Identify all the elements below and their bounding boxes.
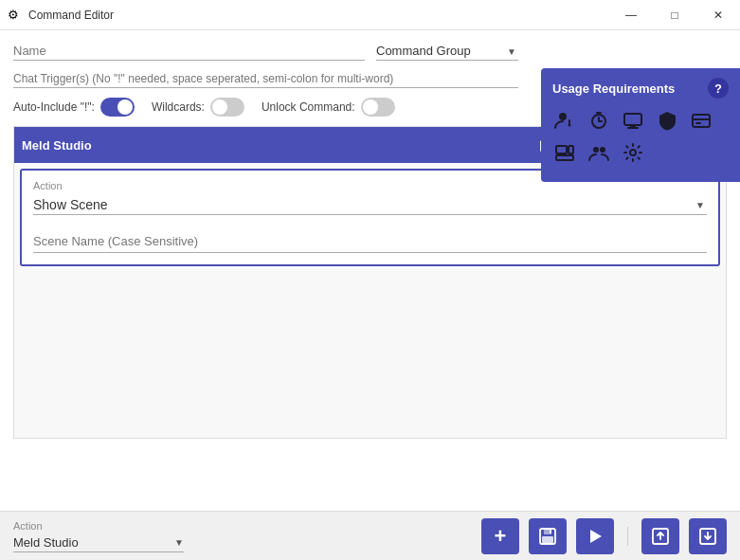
usage-group-icon[interactable] <box>587 140 611 165</box>
app-icon: ⚙ <box>8 8 23 23</box>
chat-trigger-input[interactable] <box>13 70 518 88</box>
auto-include-knob <box>117 99 133 115</box>
minimize-button[interactable]: — <box>609 0 653 30</box>
wildcards-knob <box>212 99 227 115</box>
usage-monitor-icon[interactable] <box>552 140 577 165</box>
maximize-button[interactable]: □ <box>653 0 696 30</box>
command-group-field: Command Group Group 1 Group 2 ▼ <box>376 42 518 61</box>
title-bar-controls: — □ ✕ <box>609 0 740 30</box>
action-select[interactable]: Show Scene Hide Scene Toggle Scene <box>33 195 707 214</box>
wildcards-slider <box>210 98 244 117</box>
wildcards-label: Wildcards: <box>152 100 205 114</box>
auto-include-option: Auto-Include "!": <box>13 98 135 117</box>
unlock-command-slider <box>361 98 395 117</box>
svg-rect-14 <box>569 146 573 154</box>
bottom-action-select-row: Meld Studio OBS Twitch ▼ <box>13 533 184 552</box>
scene-name-field <box>33 230 707 253</box>
usage-gear-icon[interactable] <box>621 140 645 165</box>
svg-point-16 <box>593 147 599 153</box>
svg-rect-7 <box>624 114 641 125</box>
svg-point-0 <box>559 113 567 120</box>
usage-panel-title: Usage Requirements <box>552 81 675 96</box>
svg-rect-12 <box>695 122 701 124</box>
play-button[interactable] <box>576 518 614 554</box>
usage-display-icon[interactable] <box>621 108 645 133</box>
svg-rect-2 <box>569 119 570 124</box>
auto-include-slider <box>100 98 135 117</box>
usage-card-icon[interactable] <box>689 108 713 133</box>
svg-point-17 <box>600 147 605 153</box>
name-input[interactable] <box>13 42 365 61</box>
bottom-arrow-icon: ▼ <box>174 537 184 548</box>
export-button[interactable] <box>641 518 679 554</box>
usage-person-icon[interactable] <box>552 108 577 133</box>
usage-shield-icon[interactable] <box>655 108 679 133</box>
divider-1 <box>627 527 628 546</box>
auto-include-toggle[interactable] <box>100 98 135 117</box>
bottom-action-field: Action Meld Studio OBS Twitch ▼ <box>13 520 184 552</box>
import-button[interactable] <box>689 518 727 554</box>
usage-requirements-panel: Usage Requirements ? <box>541 68 740 182</box>
main-panel: Usage Requirements ? <box>0 30 740 511</box>
command-row-title: Meld Studio <box>22 138 533 153</box>
svg-rect-15 <box>556 155 573 160</box>
svg-rect-13 <box>556 146 567 154</box>
svg-rect-10 <box>693 115 710 127</box>
usage-timer-icon[interactable] <box>587 108 611 133</box>
svg-rect-24 <box>550 530 551 533</box>
bottom-bar: Action Meld Studio OBS Twitch ▼ + <box>0 511 740 560</box>
bottom-action-select[interactable]: Meld Studio OBS Twitch <box>13 533 174 551</box>
wildcards-toggle[interactable] <box>210 98 244 117</box>
unlock-command-option: Unlock Command: <box>262 98 395 117</box>
title-bar: ⚙ Command Editor — □ ✕ <box>0 0 740 30</box>
action-select-wrapper: Show Scene Hide Scene Toggle Scene ▼ <box>33 195 707 215</box>
name-commandgroup-row: Command Group Group 1 Group 2 ▼ <box>13 42 727 61</box>
usage-help-button[interactable]: ? <box>708 78 729 99</box>
svg-rect-23 <box>542 536 553 543</box>
auto-include-label: Auto-Include "!": <box>13 100 95 114</box>
wildcards-option: Wildcards: <box>152 98 244 117</box>
svg-marker-25 <box>590 530 602 543</box>
save-button[interactable] <box>529 518 567 554</box>
unlock-command-label: Unlock Command: <box>262 100 355 114</box>
scene-name-input[interactable] <box>33 230 707 253</box>
svg-point-18 <box>630 150 636 155</box>
action-block: Action Show Scene Hide Scene Toggle Scen… <box>20 169 720 266</box>
usage-icons-row-1 <box>552 108 729 133</box>
add-button[interactable]: + <box>481 518 519 554</box>
title-bar-title: Command Editor <box>28 9 114 22</box>
usage-panel-header: Usage Requirements ? <box>552 78 729 99</box>
usage-icons-row-2 <box>552 140 729 165</box>
name-field <box>13 42 365 61</box>
unlock-command-knob <box>363 99 378 115</box>
command-group-select[interactable]: Command Group Group 1 Group 2 <box>376 42 518 61</box>
close-button[interactable]: ✕ <box>696 0 740 30</box>
unlock-command-toggle[interactable] <box>361 98 395 117</box>
bottom-action-label: Action <box>13 520 184 532</box>
